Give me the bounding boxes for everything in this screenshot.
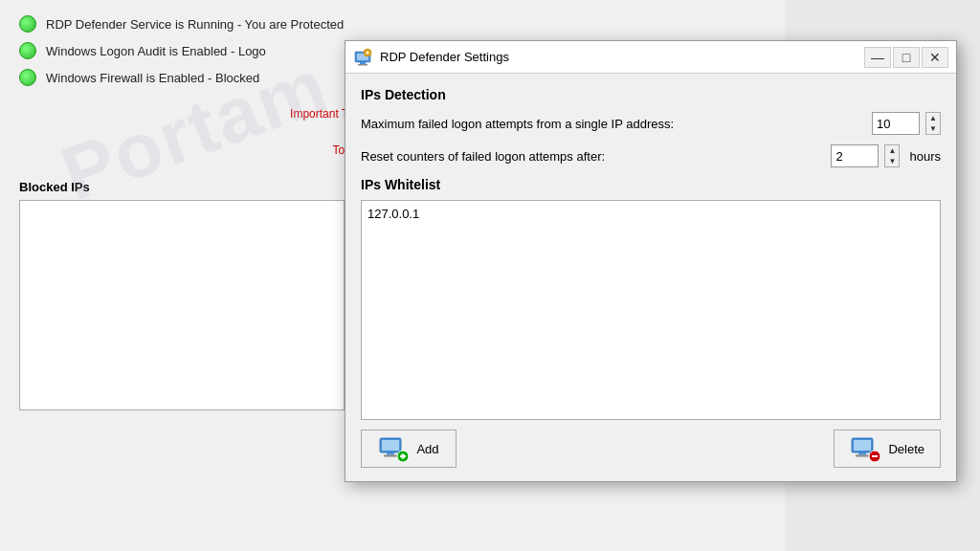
maximize-button[interactable]: □ (893, 47, 920, 68)
ips-detection-title: IPs Detection (361, 87, 941, 102)
status-row-1: RDP Defender Service is Running - You ar… (19, 15, 766, 33)
status-dot-1 (19, 15, 36, 33)
hours-label: hours (909, 149, 941, 164)
add-button[interactable]: Add (361, 430, 457, 468)
svg-rect-9 (384, 455, 397, 457)
svg-rect-12 (400, 455, 406, 457)
delete-label: Delete (888, 442, 924, 456)
svg-rect-14 (854, 440, 871, 451)
max-failed-up[interactable]: ▲ (926, 113, 940, 123)
delete-computer-icon (850, 435, 880, 462)
reset-counter-input[interactable] (831, 144, 879, 167)
reset-counter-up[interactable]: ▲ (885, 145, 899, 156)
max-failed-down[interactable]: ▼ (926, 123, 940, 134)
reset-counter-down[interactable]: ▼ (885, 156, 899, 166)
dialog-icon (353, 48, 372, 67)
reset-counter-label: Reset counters of failed logon attemps a… (361, 149, 831, 164)
whitelist-title: IPs Whitelist (361, 177, 941, 192)
svg-rect-7 (382, 440, 399, 451)
dialog-footer: Add Delete (345, 420, 956, 481)
add-computer-icon (378, 435, 409, 462)
max-failed-label: Maximum failed logon attempts from a sin… (361, 117, 872, 131)
blocked-ips-box (19, 200, 345, 410)
max-failed-spinner: ▲ ▼ (872, 112, 941, 135)
status-text-1: RDP Defender Service is Running - You ar… (46, 17, 344, 32)
status-dot-2 (19, 42, 36, 59)
svg-rect-3 (358, 64, 368, 66)
svg-rect-18 (872, 455, 878, 457)
status-text-3: Windows Firewall is Enabled - Blocked (46, 71, 259, 85)
settings-dialog: RDP Defender Settings — □ ✕ IPs Detectio… (345, 40, 957, 482)
dialog-title: RDP Defender Settings (380, 50, 864, 64)
dialog-content: IPs Detection Maximum failed logon attem… (345, 74, 956, 420)
reset-counter-row: Reset counters of failed logon attemps a… (361, 144, 941, 167)
svg-rect-15 (858, 452, 866, 455)
dialog-controls: — □ ✕ (864, 47, 948, 68)
reset-counter-spinner: ▲ ▼ hours (831, 144, 941, 167)
delete-button[interactable]: Delete (834, 430, 941, 468)
whitelist-box[interactable]: 127.0.0.1 (361, 200, 941, 420)
status-text-2: Windows Logon Audit is Enabled - Logo (46, 44, 266, 58)
svg-rect-2 (360, 62, 366, 64)
add-label: Add (416, 442, 438, 456)
status-dot-3 (19, 69, 36, 86)
max-failed-row: Maximum failed logon attempts from a sin… (361, 112, 941, 135)
svg-rect-8 (387, 452, 394, 455)
minimize-button[interactable]: — (864, 47, 891, 68)
max-failed-arrows: ▲ ▼ (925, 112, 941, 135)
svg-point-5 (367, 51, 369, 54)
svg-rect-16 (856, 455, 869, 457)
max-failed-input[interactable] (872, 112, 920, 135)
close-button[interactable]: ✕ (922, 47, 948, 68)
dialog-titlebar: RDP Defender Settings — □ ✕ (345, 41, 956, 74)
reset-counter-arrows: ▲ ▼ (884, 144, 900, 167)
whitelist-entry-0: 127.0.0.1 (368, 207, 419, 221)
